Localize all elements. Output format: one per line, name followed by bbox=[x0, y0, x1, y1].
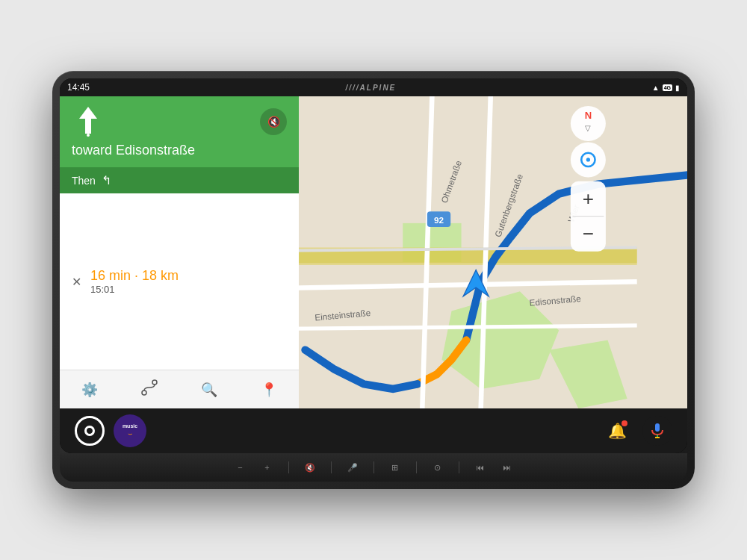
prev-track-button[interactable]: ⏮ bbox=[474, 463, 486, 472]
mute-button[interactable]: 🔇 bbox=[260, 108, 287, 135]
pin-icon: 📍 bbox=[261, 382, 277, 398]
svg-point-33 bbox=[152, 380, 157, 385]
brand-logo: ////ALPINE bbox=[345, 84, 396, 92]
svg-marker-29 bbox=[79, 107, 97, 134]
4g-badge: 4G bbox=[663, 84, 672, 91]
divider-2 bbox=[331, 461, 332, 473]
amazon-label: music bbox=[123, 423, 137, 429]
direction-arrow-icon bbox=[72, 105, 105, 138]
settings-button[interactable]: ⚙️ bbox=[75, 375, 105, 405]
svg-point-24 bbox=[586, 158, 590, 161]
eta-time: 15:01 bbox=[90, 284, 179, 295]
eta-main: 16 min · 18 km bbox=[90, 268, 179, 284]
svg-text:92: 92 bbox=[434, 215, 444, 225]
svg-rect-34 bbox=[655, 423, 660, 432]
amazon-smile-icon: ⌣ bbox=[128, 429, 133, 438]
svg-point-31 bbox=[87, 131, 90, 134]
main-content: 92 Ohmetraße Gutenbergstraße Einsteinstr… bbox=[60, 96, 687, 408]
bottom-toolbar: ⚙️ 🔍 bbox=[60, 370, 299, 408]
svg-point-30 bbox=[87, 134, 90, 137]
android-auto-bar: music ⌣ 🔔 bbox=[60, 408, 687, 453]
android-auto-button[interactable]: ⊙ bbox=[432, 463, 444, 473]
vol-down-button[interactable]: − bbox=[235, 463, 247, 472]
aa-left: music ⌣ bbox=[75, 414, 146, 447]
mute-fav-button[interactable]: 🔇 bbox=[304, 463, 316, 473]
screen: 14:45 ////ALPINE ▲ 4G ▮ bbox=[60, 78, 687, 453]
direction-top: 🔇 bbox=[72, 105, 287, 138]
direction-card: 🔇 toward Edisonstraße bbox=[60, 96, 299, 167]
notification-button[interactable]: 🔔 bbox=[604, 417, 630, 444]
physical-controls-bar: − + 🔇 🎤 ⊞ ⊙ ⏮ ⏭ bbox=[60, 453, 687, 482]
eta-info: 16 min · 18 km 15:01 bbox=[90, 268, 179, 295]
divider-4 bbox=[416, 461, 417, 473]
mute-icon: 🔇 bbox=[267, 116, 280, 128]
divider-3 bbox=[374, 461, 374, 473]
divider-5 bbox=[459, 461, 459, 473]
grid-button[interactable]: ⊞ bbox=[389, 463, 401, 473]
amazon-music-button[interactable]: music ⌣ bbox=[114, 414, 146, 447]
status-right: ▲ 4G ▮ bbox=[652, 84, 680, 92]
notification-dot bbox=[622, 420, 627, 426]
divider-1 bbox=[288, 461, 289, 473]
google-mic-button[interactable] bbox=[642, 416, 672, 446]
then-label: Then bbox=[72, 175, 96, 187]
aa-right: 🔔 bbox=[604, 416, 672, 446]
next-track-button[interactable]: ⏭ bbox=[501, 463, 513, 472]
toward-street: toward Edisonstraße bbox=[72, 143, 287, 158]
clock: 14:45 bbox=[67, 82, 90, 93]
search-icon: 🔍 bbox=[201, 382, 217, 398]
svg-text:N: N bbox=[585, 110, 592, 121]
alpine-device: 14:45 ////ALPINE ▲ 4G ▮ bbox=[52, 71, 695, 489]
svg-text:+: + bbox=[583, 187, 594, 210]
battery-icon: ▮ bbox=[675, 84, 680, 92]
then-row: Then ↰ bbox=[60, 167, 299, 193]
routes-button[interactable] bbox=[134, 375, 164, 405]
mic-button[interactable]: 🎤 bbox=[347, 463, 359, 473]
pin-button[interactable]: 📍 bbox=[254, 375, 284, 405]
routes-icon bbox=[141, 379, 158, 399]
svg-text:▽: ▽ bbox=[585, 124, 591, 132]
nav-panel: 🔇 toward Edisonstraße Then ↰ ✕ 16 min · … bbox=[60, 96, 299, 408]
close-button[interactable]: ✕ bbox=[72, 275, 81, 289]
home-inner-circle bbox=[84, 426, 95, 436]
settings-icon: ⚙️ bbox=[81, 382, 98, 398]
svg-text:−: − bbox=[583, 223, 594, 245]
signal-icon: ▲ bbox=[652, 84, 660, 92]
svg-point-32 bbox=[142, 391, 146, 395]
status-bar: 14:45 ////ALPINE ▲ 4G ▮ bbox=[60, 78, 687, 96]
eta-card: ✕ 16 min · 18 km 15:01 bbox=[60, 193, 299, 370]
home-button[interactable] bbox=[75, 416, 105, 446]
vol-up-button[interactable]: + bbox=[261, 463, 273, 472]
search-button[interactable]: 🔍 bbox=[194, 375, 224, 405]
then-turn-icon: ↰ bbox=[102, 173, 111, 187]
